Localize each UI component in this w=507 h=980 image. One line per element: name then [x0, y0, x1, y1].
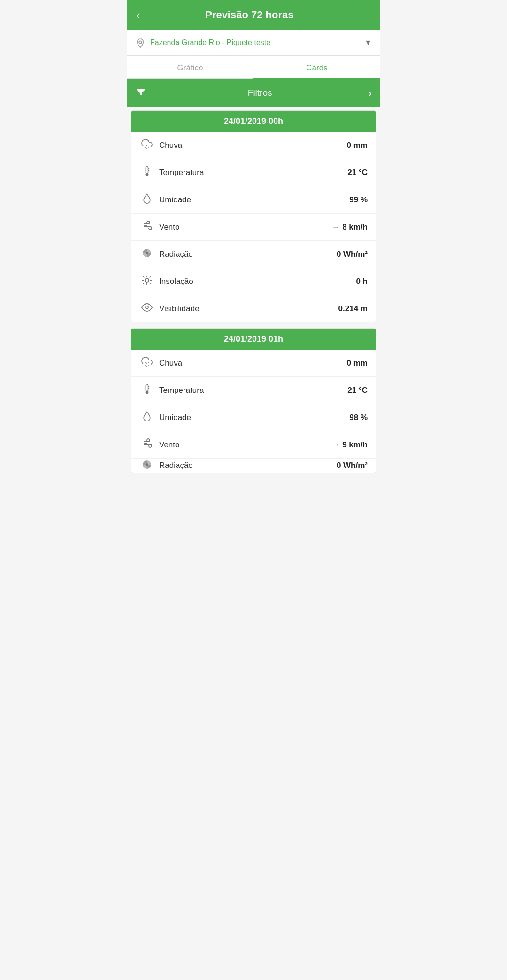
label-chuva-1: Chuva: [159, 359, 347, 368]
label-radiation-0: Radiação: [159, 250, 337, 259]
row-chuva-1: Chuva 0 mm: [131, 350, 376, 377]
row-insolacao-0: Insolação 0 h: [131, 268, 376, 295]
value-wind-0: 8 km/h: [342, 222, 368, 232]
wind-icon-1: [139, 438, 154, 452]
wind-icon: [139, 220, 154, 234]
value-temp-0: 21 °C: [347, 168, 368, 177]
row-humidity-0: Umidade 99 %: [131, 186, 376, 214]
filter-label: Filtros: [151, 88, 369, 98]
svg-point-8: [146, 173, 149, 176]
card-header-1: 24/01/2019 01h: [131, 329, 376, 350]
label-temp-0: Temperatura: [159, 168, 347, 177]
row-temp-1: Temperatura 21 °C: [131, 377, 376, 404]
label-wind-1: Vento: [159, 440, 332, 450]
tab-cards[interactable]: Cards: [254, 56, 380, 78]
svg-point-11: [146, 252, 148, 254]
svg-point-0: [139, 41, 142, 44]
label-insolacao-0: Insolação: [159, 277, 356, 286]
card-body-0: Chuva 0 mm Temperatura 21 °C: [131, 132, 376, 322]
card-header-0: 24/01/2019 00h: [131, 111, 376, 132]
row-radiation-1: Radiação 0 Wh/m²: [131, 459, 376, 473]
value-humidity-1: 98 %: [349, 413, 368, 422]
humidity-icon-1: [139, 411, 154, 424]
location-icon: [135, 37, 146, 49]
svg-line-16: [150, 283, 151, 284]
back-button[interactable]: ‹: [136, 9, 140, 21]
dropdown-arrow-icon: ▼: [364, 38, 372, 47]
humidity-icon: [139, 193, 154, 207]
label-visibility-0: Visibilidade: [159, 304, 338, 314]
filter-icon: [135, 86, 146, 100]
rain-icon-1: [139, 356, 154, 370]
location-selector[interactable]: Fazenda Grande Rio - Piquete teste ▼: [127, 30, 380, 56]
wind-dir-icon-0: →: [332, 223, 339, 231]
row-radiation-0: Radiação 0 Wh/m²: [131, 241, 376, 268]
radiation-icon-1: [139, 459, 154, 473]
label-wind-0: Vento: [159, 222, 332, 232]
value-humidity-0: 99 %: [349, 195, 368, 205]
weather-card-0: 24/01/2019 00h Chuva 0 mm: [131, 110, 376, 322]
value-radiation-1: 0 Wh/m²: [337, 461, 368, 470]
label-temp-1: Temperatura: [159, 386, 347, 395]
radiation-icon: [139, 247, 154, 261]
row-humidity-1: Umidade 98 %: [131, 404, 376, 431]
location-name: Fazenda Grande Rio - Piquete teste: [150, 38, 364, 47]
row-visibility-0: Visibilidade 0.214 m: [131, 295, 376, 322]
card-body-1: Chuva 0 mm Temperatura 21 °C: [131, 350, 376, 473]
value-temp-1: 21 °C: [347, 386, 368, 395]
value-chuva-0: 0 mm: [347, 141, 368, 150]
svg-rect-7: [146, 167, 148, 174]
eye-icon: [139, 302, 154, 315]
row-wind-1: Vento → 9 km/h: [131, 431, 376, 459]
svg-point-12: [145, 278, 149, 282]
svg-point-29: [146, 390, 149, 394]
label-humidity-0: Umidade: [159, 195, 349, 205]
tabs-container: Gráfico Cards: [127, 56, 380, 79]
rain-icon: [139, 138, 154, 152]
row-chuva-0: Chuva 0 mm: [131, 132, 376, 159]
value-visibility-0: 0.214 m: [338, 304, 368, 314]
weather-card-1: 24/01/2019 01h Chuva 0 mm: [131, 328, 376, 473]
sun-icon: [139, 275, 154, 288]
tab-grafico[interactable]: Gráfico: [127, 56, 254, 78]
value-radiation-0: 0 Wh/m²: [337, 250, 368, 259]
svg-point-32: [146, 463, 148, 466]
svg-line-19: [143, 283, 144, 284]
app-header: ‹ Previsão 72 horas: [127, 0, 380, 30]
label-radiation-1: Radiação: [159, 461, 337, 470]
card-date-1: 24/01/2019 01h: [224, 334, 283, 344]
svg-line-15: [143, 276, 144, 277]
card-date-0: 24/01/2019 00h: [224, 116, 283, 126]
svg-rect-28: [146, 384, 148, 391]
label-humidity-1: Umidade: [159, 413, 349, 422]
page-title: Previsão 72 horas: [146, 9, 353, 21]
temp-icon-1: [139, 383, 154, 397]
svg-line-20: [150, 276, 151, 277]
row-temp-0: Temperatura 21 °C: [131, 159, 376, 186]
wind-dir-icon-1: →: [332, 441, 339, 449]
value-wind-1: 9 km/h: [342, 440, 368, 450]
temp-icon: [139, 166, 154, 179]
svg-point-21: [146, 306, 148, 309]
value-chuva-1: 0 mm: [347, 359, 368, 368]
row-wind-0: Vento → 8 km/h: [131, 214, 376, 241]
value-insolacao-0: 0 h: [356, 277, 368, 286]
label-chuva-0: Chuva: [159, 141, 347, 150]
filter-bar[interactable]: Filtros ›: [127, 79, 380, 107]
filter-chevron-icon: ›: [369, 88, 372, 99]
